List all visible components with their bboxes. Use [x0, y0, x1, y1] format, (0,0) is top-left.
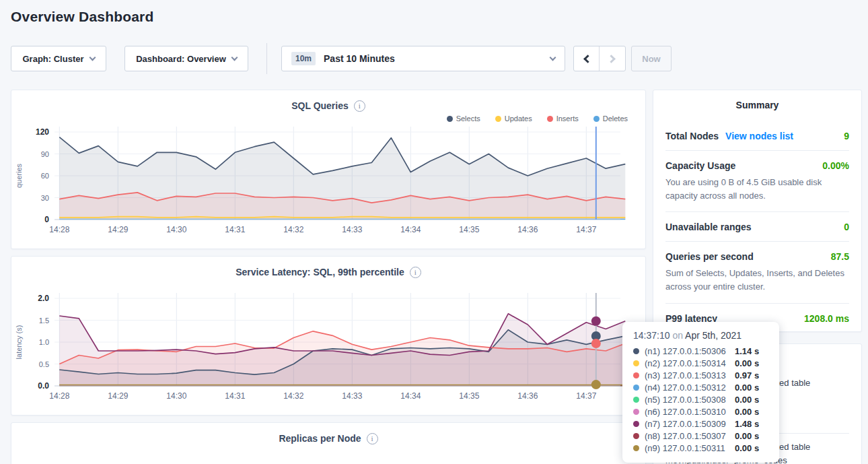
total-nodes-label: Total Nodes: [665, 131, 719, 141]
svg-text:14:37: 14:37: [576, 225, 596, 234]
tooltip-node-row: (n3) 127.0.0.1:503130.97 s: [633, 369, 768, 381]
svg-text:14:32: 14:32: [283, 391, 303, 401]
prev-interval-button[interactable]: [574, 46, 600, 71]
replicas-per-node-title: Replicas per Node: [279, 433, 361, 444]
info-icon[interactable]: i: [410, 267, 421, 278]
chevron-down-icon: [89, 54, 96, 61]
svg-text:60: 60: [41, 172, 49, 180]
unavailable-ranges-value: 0: [844, 222, 849, 232]
now-button[interactable]: Now: [631, 46, 672, 71]
svg-text:14:33: 14:33: [342, 391, 362, 401]
node-color-dot-icon: [633, 409, 639, 415]
node-color-dot-icon: [633, 360, 639, 366]
node-latency-value: 0.00 s: [735, 358, 768, 368]
legend-dot-icon: [593, 116, 600, 122]
legend-item-deletes: Deletes: [593, 113, 628, 124]
tooltip-node-row: (n4) 127.0.0.1:503120.00 s: [633, 381, 768, 393]
node-latency-value: 0.00 s: [735, 395, 768, 405]
tooltip-node-row: (n9) 127.0.0.1:503110.00 s: [633, 442, 768, 454]
capacity-usage-value: 0.00%: [822, 160, 849, 171]
page-title: Overview Dashboard: [11, 9, 154, 25]
legend-item-selects: Selects: [447, 113, 480, 124]
svg-text:14:34: 14:34: [400, 225, 421, 234]
tooltip-node-row: (n1) 127.0.0.1:503061.14 s: [633, 345, 768, 357]
next-interval-button[interactable]: [600, 46, 625, 71]
node-latency-value: 1.48 s: [735, 419, 768, 429]
chevron-right-icon: [607, 55, 616, 63]
node-latency-value: 0.00 s: [735, 431, 768, 441]
svg-text:90: 90: [41, 150, 49, 158]
tooltip-timestamp: 14:37:10 on Apr 5th, 2021: [633, 330, 768, 341]
queries-per-second-desc: Sum of Selects, Updates, Inserts, and De…: [665, 267, 849, 294]
svg-text:120: 120: [36, 127, 49, 137]
service-latency-chart[interactable]: 14:2814:2914:3014:3114:3214:3314:3414:35…: [11, 292, 645, 411]
node-latency-value: 0.97 s: [735, 370, 768, 380]
svg-text:latency (s): latency (s): [15, 325, 23, 360]
svg-text:queries: queries: [15, 163, 23, 188]
tooltip-node-row: (n8) 127.0.0.1:503070.00 s: [633, 430, 768, 442]
svg-text:0.0: 0.0: [38, 381, 49, 391]
node-latency-value: 0.00 s: [735, 407, 768, 417]
node-color-dot-icon: [633, 348, 639, 354]
legend-dot-icon: [547, 116, 553, 122]
svg-text:14:28: 14:28: [49, 391, 69, 401]
summary-heading: Summary: [665, 100, 849, 110]
graph-dropdown-label: Graph: Cluster: [22, 54, 83, 64]
p99-latency-value: 1208.0 ms: [804, 313, 849, 324]
queries-per-second-label: Queries per second: [665, 251, 754, 262]
summary-panel: Summary Total Nodes View nodes list 9 Ca…: [653, 90, 862, 332]
node-address: (n7) 127.0.0.1:50309: [645, 419, 735, 429]
tooltip-node-row: (n5) 127.0.0.1:503080.00 s: [633, 393, 768, 405]
sql-queries-title: SQL Queries: [291, 100, 349, 111]
svg-text:0.5: 0.5: [39, 360, 49, 368]
svg-text:14:31: 14:31: [225, 391, 245, 401]
queries-per-second-value: 87.5: [831, 251, 849, 262]
legend-dot-icon: [495, 116, 501, 122]
svg-text:14:36: 14:36: [517, 391, 538, 401]
node-color-dot-icon: [633, 397, 639, 403]
svg-text:1.5: 1.5: [39, 317, 49, 325]
sql-queries-chart[interactable]: 14:2814:2914:3014:3114:3214:3314:3414:35…: [11, 125, 645, 245]
capacity-usage-label: Capacity Usage: [665, 160, 735, 171]
svg-text:14:37: 14:37: [576, 391, 596, 401]
node-address: (n9) 127.0.0.1:50311: [645, 443, 735, 453]
svg-text:14:31: 14:31: [225, 225, 245, 234]
tooltip-rows: (n1) 127.0.0.1:503061.14 s(n2) 127.0.0.1…: [633, 345, 768, 454]
node-address: (n4) 127.0.0.1:50312: [645, 383, 735, 393]
node-address: (n3) 127.0.0.1:50313: [645, 370, 735, 380]
dashboard-dropdown[interactable]: Dashboard: Overview: [124, 46, 248, 71]
node-latency-value: 0.00 s: [735, 443, 768, 453]
svg-text:14:28: 14:28: [49, 225, 69, 234]
time-range-label: Past 10 Minutes: [324, 53, 542, 64]
node-color-dot-icon: [633, 445, 639, 451]
info-icon[interactable]: i: [354, 100, 365, 112]
svg-text:14:34: 14:34: [400, 391, 421, 401]
replicas-per-node-panel: Replicas per Node i: [11, 422, 646, 464]
node-color-dot-icon: [633, 421, 639, 427]
sql-legend: SelectsUpdatesInsertsDeletes: [11, 113, 628, 124]
sql-queries-panel: SQL Queries i SelectsUpdatesInsertsDelet…: [11, 90, 646, 249]
tooltip-node-row: (n7) 127.0.0.1:503091.48 s: [633, 418, 768, 430]
legend-dot-icon: [447, 116, 453, 122]
svg-text:14:30: 14:30: [166, 391, 186, 401]
graph-dropdown[interactable]: Graph: Cluster: [11, 46, 106, 71]
toolbar-divider: [266, 43, 267, 74]
chevron-left-icon: [583, 55, 592, 63]
service-latency-title: Service Latency: SQL, 99th percentile: [236, 267, 404, 277]
hover-tooltip: 14:37:10 on Apr 5th, 2021 (n1) 127.0.0.1…: [622, 322, 779, 463]
info-icon[interactable]: i: [367, 433, 378, 444]
capacity-usage-desc: You are using 0 B of 4.5 GiB usable disk…: [665, 176, 849, 203]
chevron-down-icon: [550, 54, 556, 61]
tooltip-node-row: (n2) 127.0.0.1:503140.00 s: [633, 357, 768, 369]
chevron-down-icon: [231, 54, 238, 61]
time-range-picker[interactable]: 10m Past 10 Minutes: [281, 46, 565, 71]
node-address: (n2) 127.0.0.1:50314: [645, 358, 735, 368]
time-pager: [573, 46, 626, 71]
node-color-dot-icon: [633, 385, 639, 391]
view-nodes-list-link[interactable]: View nodes list: [725, 131, 793, 141]
total-nodes-value: 9: [844, 131, 849, 141]
svg-text:14:35: 14:35: [459, 391, 479, 401]
node-address: (n6) 127.0.0.1:50310: [645, 407, 735, 417]
svg-text:14:32: 14:32: [283, 225, 303, 234]
node-latency-value: 0.00 s: [735, 383, 768, 393]
